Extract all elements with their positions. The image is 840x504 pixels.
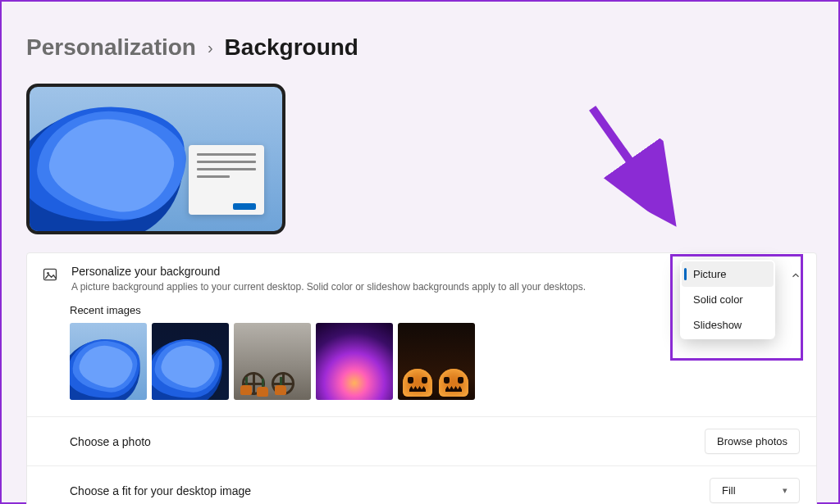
desktop-preview (26, 84, 285, 234)
breadcrumb: Personalization › Background (26, 34, 814, 61)
chevron-up-icon[interactable] (790, 270, 801, 281)
dropdown-option-solid-color[interactable]: Solid color (682, 287, 774, 312)
fit-dropdown[interactable]: Fill ▾ (710, 478, 800, 503)
choose-fit-label: Choose a fit for your desktop image (70, 484, 251, 497)
choose-photo-label: Choose a photo (70, 435, 151, 448)
chevron-right-icon: › (208, 39, 213, 57)
breadcrumb-current: Background (225, 34, 358, 61)
recent-image-4[interactable] (316, 323, 393, 400)
choose-fit-section: Choose a fit for your desktop image Fill… (27, 466, 816, 504)
personalize-section: Personalize your background A picture ba… (27, 253, 816, 417)
picture-icon (42, 266, 58, 283)
recent-image-2[interactable] (152, 323, 229, 400)
chevron-down-icon: ▾ (783, 485, 788, 496)
svg-line-0 (568, 108, 691, 214)
recent-image-5[interactable] (398, 323, 475, 400)
fit-selected-value: Fill (722, 484, 736, 497)
annotation-arrow (556, 90, 727, 241)
dropdown-option-slideshow[interactable]: Slideshow (682, 312, 774, 338)
breadcrumb-parent[interactable]: Personalization (26, 34, 196, 61)
recent-image-1[interactable] (70, 323, 147, 400)
settings-panel: Personalize your background A picture ba… (26, 252, 817, 504)
browse-photos-button[interactable]: Browse photos (705, 429, 800, 454)
choose-photo-section: Choose a photo Browse photos (27, 417, 816, 466)
dropdown-option-picture[interactable]: Picture (682, 261, 774, 287)
recent-image-3[interactable] (234, 323, 311, 400)
settings-background-page: Personalization › Background Personalize… (0, 0, 840, 504)
preview-window-card (189, 145, 264, 215)
background-type-dropdown[interactable]: Picture Solid color Slideshow (680, 260, 775, 339)
background-type-area: Picture Solid color Slideshow (680, 260, 801, 339)
